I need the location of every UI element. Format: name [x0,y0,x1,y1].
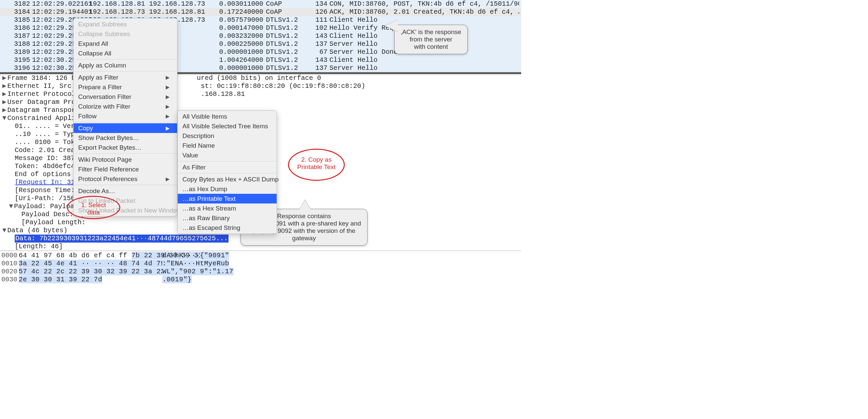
tree-mid[interactable]: Message ID: 38760 [15,154,83,162]
menu-filter-field-ref[interactable]: Filter Field Reference [73,164,177,174]
tree-length[interactable]: [Length: 46] [15,243,63,250]
col-no: 3188 [2,40,32,48]
submenu-all-visible-selected[interactable]: All Visible Selected Tree Items [178,121,277,131]
col-info: Server Hello [330,64,519,72]
menu-export-packet-bytes[interactable]: Export Packet Bytes… [73,143,177,152]
annotation-copy-text: 2. Copy as Printable Text [296,156,336,171]
submenu-value[interactable]: Value [178,150,277,160]
col-proto: DTLSv1.2 [266,32,309,40]
menu-copy[interactable]: Copy▶ [73,123,177,133]
menu-apply-as-filter[interactable]: Apply as Filter▶ [73,72,177,82]
menu-expand-subtrees: Expand Subtrees [73,19,177,29]
col-info: Client Hello [330,16,519,24]
col-proto: DTLSv1.2 [266,40,309,48]
hex-row[interactable]: 000064 41 97 68 4b d6 ef c4 ff 7b 22 39 … [1,251,520,260]
submenu-hex-ascii-dump[interactable]: Copy Bytes as Hex + ASCII Dump [178,174,277,184]
submenu-description[interactable]: Description [178,131,277,141]
menu-colorize-with-filter[interactable]: Colorize with Filter▶ [73,101,177,111]
chevron-right-icon: ▶ [166,73,170,82]
hex-row[interactable]: 00302e 30 30 31 39 22 7d.0019"} [1,276,520,284]
menu-collapse-all[interactable]: Collapse All [73,49,177,58]
chevron-right-icon: ▶ [166,124,170,132]
chevron-right-icon: ▶ [166,93,170,101]
hex-row[interactable]: 00103a 22 45 4e 41 ·· ·· ·· 48 74 4d 79 … [1,260,520,268]
col-proto: CoAP [266,0,309,8]
col-time: 12:02:29.022161 [32,0,89,8]
tree-payload-len[interactable]: [Payload Length: [21,218,86,227]
col-dst: 192.168.128.81 [149,8,216,16]
hex-offset: 0000 [1,251,19,260]
col-delta: 0.057579000 [216,16,266,24]
submenu-as-filter[interactable]: As Filter [178,162,277,172]
hex-offset: 0030 [1,276,19,284]
col-len: 134 [309,0,330,8]
chevron-right-icon: ▶ [166,175,170,183]
col-len: 126 [309,8,330,16]
col-proto: DTLSv1.2 [266,24,309,32]
menu-decode-as[interactable]: Decode As… [73,186,177,196]
col-proto: DTLSv1.2 [266,64,309,72]
col-info: ACK, MID:38760, 2.01 Created, TKN:4b d6 … [330,8,519,16]
hex-bytes: 2e 30 30 31 39 22 7d [19,276,162,284]
menu-wiki-protocol[interactable]: Wiki Protocol Page [73,155,177,164]
menu-follow[interactable]: Follow▶ [73,111,177,121]
col-src: 192.168.128.73 [89,8,149,16]
col-delta: 0.172240000 [216,8,266,16]
menu-separator [73,185,177,185]
submenu-field-name[interactable]: Field Name [178,141,277,150]
submenu-raw-binary[interactable]: …as Raw Binary [178,213,277,223]
collapse-icon[interactable]: ▼ [8,203,14,210]
col-info: Client Hello [330,56,519,64]
copy-submenu[interactable]: All Visible Items All Visible Selected T… [178,110,277,234]
menu-conversation-filter[interactable]: Conversation Filter▶ [73,92,177,101]
col-len: 143 [309,56,330,64]
submenu-all-visible-items[interactable]: All Visible Items [178,112,277,121]
expand-icon[interactable]: ▶ [1,98,7,106]
hex-ascii: WL","902 9":"1.17 [162,268,229,276]
context-menu[interactable]: Expand Subtrees Collapse Subtrees Expand… [73,18,178,216]
submenu-escaped-string[interactable]: …as Escaped String [178,223,277,233]
col-len: 111 [309,16,330,24]
expand-icon[interactable]: ▶ [1,82,7,90]
hex-bytes: 64 41 97 68 4b d6 ef c4 ff 7b 22 39 30 3… [19,251,162,260]
hex-offset: 0010 [1,260,19,268]
menu-protocol-preferences[interactable]: Protocol Preferences▶ [73,174,177,184]
hex-dump-pane[interactable]: 000064 41 97 68 4b d6 ef c4 ff 7b 22 39 … [0,250,521,285]
menu-collapse-subtrees: Collapse Subtrees [73,29,177,39]
tree-data-header[interactable]: Data (46 bytes) [7,227,67,235]
col-len: 67 [309,48,330,56]
chevron-right-icon: ▶ [166,102,170,111]
tree-token[interactable]: Token: 4bd6efc4 [15,162,75,171]
expand-icon[interactable]: ▶ [1,106,7,114]
collapse-icon[interactable]: ▼ [1,114,7,122]
menu-separator [73,71,177,71]
col-proto: CoAP [266,8,309,16]
annotation-select-text: 1. Select data [80,202,107,216]
col-delta: 0.000001000 [216,48,266,56]
col-len: 137 [309,64,330,72]
col-info: CON, MID:38760, POST, TKN:4b d6 ef c4, /… [330,0,519,8]
expand-icon[interactable]: ▶ [1,90,7,98]
submenu-hex-dump[interactable]: …as Hex Dump [178,184,277,194]
collapse-icon[interactable]: ▼ [1,227,7,235]
packet-row[interactable]: 318412:02:29.194401192.168.128.73192.168… [0,8,521,16]
menu-prepare-a-filter[interactable]: Prepare a Filter▶ [73,82,177,92]
menu-expand-all[interactable]: Expand All [73,39,177,49]
hex-ascii: dA·hK····{"9091" [162,251,229,260]
submenu-hex-stream[interactable]: …as a Hex Stream [178,204,277,213]
col-src: 192.168.128.81 [89,0,149,8]
hex-row[interactable]: 002057 4c 22 2c 22 39 30 32 39 22 3a 22 … [1,268,520,276]
hex-bytes: 3a 22 45 4e 41 ·· ·· ·· 48 74 4d 79 65 5… [19,260,162,268]
menu-apply-as-column[interactable]: Apply as Column [73,60,177,70]
menu-show-packet-bytes[interactable]: Show Packet Bytes… [73,133,177,143]
col-delta: 1.004264000 [216,56,266,64]
packet-row[interactable]: 318212:02:29.022161192.168.128.81192.168… [0,0,521,8]
hex-offset: 0020 [1,268,19,276]
col-len: 137 [309,40,330,48]
hex-ascii: :"ENA···HtMyeRub [162,260,229,268]
expand-icon[interactable]: ▶ [1,74,7,82]
submenu-printable-text[interactable]: …as Printable Text [178,194,277,204]
col-no: 3195 [2,56,32,64]
callout-ack: ‚ACK' is the response from the server wi… [394,25,468,54]
col-no: 3182 [2,0,32,8]
